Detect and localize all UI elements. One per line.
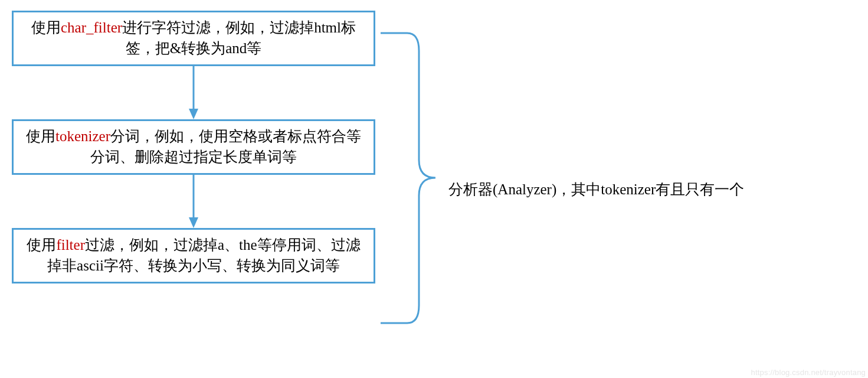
watermark-text: https://blog.csdn.net/trayvontang xyxy=(751,368,866,377)
arrow-down-2 xyxy=(12,175,375,228)
step3-prefix: 使用 xyxy=(27,237,56,253)
step1-suffix: 进行字符过滤，例如，过滤掉html标签，把&转换为and等 xyxy=(122,19,356,56)
flowchart-column: 使用char_filter进行字符过滤，例如，过滤掉html标签，把&转换为an… xyxy=(12,11,375,284)
step1-keyword: char_filter xyxy=(61,19,122,35)
arrow-down-icon xyxy=(186,175,201,228)
step3-suffix: 过滤，例如，过滤掉a、the等停用词、过滤掉非ascii字符、转换为小写、转换为… xyxy=(47,237,361,273)
arrow-down-1 xyxy=(12,66,375,119)
svg-marker-1 xyxy=(189,109,198,119)
svg-marker-3 xyxy=(189,217,198,228)
step-box-char-filter: 使用char_filter进行字符过滤，例如，过滤掉html标签，把&转换为an… xyxy=(12,11,375,66)
right-annotation-area: 分析器(Analyzer)，其中tokenizer有且只有一个 xyxy=(378,0,856,378)
right-brace-icon xyxy=(378,32,437,324)
step-box-tokenizer: 使用tokenizer分词，例如，使用空格或者标点符合等分词、删除超过指定长度单… xyxy=(12,119,375,175)
step2-prefix: 使用 xyxy=(26,128,55,144)
step2-suffix: 分词，例如，使用空格或者标点符合等分词、删除超过指定长度单词等 xyxy=(90,128,361,165)
step3-keyword: filter xyxy=(56,237,85,253)
step-box-filter: 使用filter过滤，例如，过滤掉a、the等停用词、过滤掉非ascii字符、转… xyxy=(12,228,375,284)
step1-prefix: 使用 xyxy=(31,19,61,35)
analyzer-annotation: 分析器(Analyzer)，其中tokenizer有且只有一个 xyxy=(448,180,744,199)
step2-keyword: tokenizer xyxy=(55,128,110,144)
arrow-down-icon xyxy=(186,66,201,119)
